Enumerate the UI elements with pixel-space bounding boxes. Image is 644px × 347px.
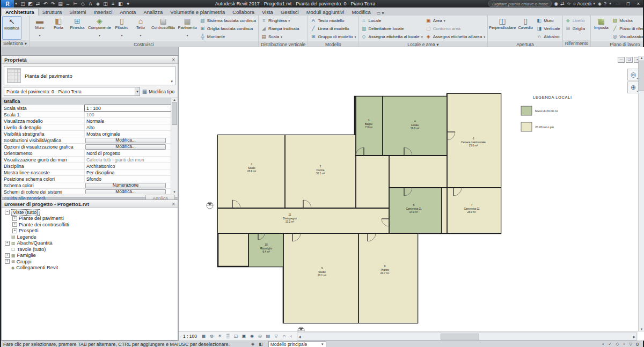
property-value-scala-vista[interactable]: 1 : 100: [84, 105, 171, 112]
property-value-schemi-di-colore-dei-sistemi[interactable]: Modifica...: [85, 189, 166, 194]
exclude-options-icon[interactable]: ◇: [616, 342, 619, 346]
property-value-visualizza-modello[interactable]: Normale: [84, 118, 171, 124]
griglia-facciata-continua-button[interactable]: ⊞Griglia facciata continua: [200, 25, 256, 32]
ribbon-state-caret-icon[interactable]: ▾: [382, 11, 384, 16]
crop-view-icon[interactable]: ◱: [232, 333, 239, 339]
viewbar-collapse-icon[interactable]: ‹: [289, 334, 294, 339]
scroll-right-icon[interactable]: ▶: [632, 335, 636, 338]
horizontal-scrollbar[interactable]: ◀ ▶: [297, 333, 637, 341]
sistema-facciata-continua-button[interactable]: ▥Sistema facciata continua: [200, 17, 256, 24]
customize-qat-icon[interactable]: ▾: [125, 0, 131, 8]
muro-button[interactable]: ◧Muro: [536, 17, 560, 24]
dimension-icon[interactable]: ⊢: [72, 0, 79, 8]
visualizzatore-button[interactable]: ◎Visualizzatore: [612, 33, 643, 40]
text-icon[interactable]: A: [87, 0, 94, 8]
detail-level-icon[interactable]: ▦: [200, 333, 207, 339]
property-value-livello-di-dettaglio[interactable]: Alto: [84, 124, 171, 130]
properties-header[interactable]: Proprietà ×: [2, 56, 178, 64]
tag-icon[interactable]: ◇: [79, 0, 86, 8]
vertical-scrollbar[interactable]: ▲ ▼: [638, 56, 644, 331]
exchange-apps-icon[interactable]: ⇄: [560, 0, 565, 8]
tree-item-famiglie[interactable]: +▦Famiglie: [2, 253, 178, 259]
property-value-schema-colori[interactable]: Numerazione: [85, 183, 166, 188]
filter-icon[interactable]: ▽: [629, 342, 632, 346]
worksharing-display-icon[interactable]: ◐: [602, 342, 605, 346]
controsoffitto-button[interactable]: ▤Controsoffitto: [150, 16, 176, 41]
tree-item-prospetti[interactable]: +Prospetti: [2, 228, 178, 234]
room-ripostiglio-10[interactable]: [248, 233, 283, 267]
project-browser-close-icon[interactable]: ×: [172, 201, 175, 207]
show-crop-icon[interactable]: ▣: [240, 333, 247, 339]
undo-icon[interactable]: ↶: [42, 0, 49, 8]
visual-style-icon[interactable]: ◍: [208, 333, 215, 339]
property-value-opzioni-di-visualizzazione-grafica[interactable]: Modifica...: [85, 144, 166, 150]
scroll-up-icon[interactable]: ▲: [640, 56, 643, 60]
livello-button[interactable]: ◆Livello: [565, 17, 585, 24]
room-studio-9[interactable]: [283, 233, 358, 323]
ringhiera-button[interactable]: ≡Ringhiera▾: [261, 17, 299, 24]
imposta-button[interactable]: ▦Imposta: [592, 16, 610, 41]
tree-item-abachi-quantit[interactable]: +▥Abachi/Quantità: [2, 240, 178, 247]
help-icon[interactable]: ?: [604, 0, 606, 8]
testo-modello-button[interactable]: ATesto modello: [310, 17, 356, 24]
scroll-down-icon[interactable]: ▼: [640, 328, 643, 331]
type-selector[interactable]: Pianta del pavimento ▾: [4, 66, 175, 85]
piano-di-riferimento-button[interactable]: ╱Piano di riferimento: [612, 25, 643, 32]
tab-collabora[interactable]: Collabora: [229, 9, 258, 16]
switch-windows-icon[interactable]: ◧: [117, 0, 124, 8]
modifica-button[interactable]: ↖Modifica: [2, 16, 21, 40]
temporary-hide-icon[interactable]: ◉: [248, 333, 255, 339]
tab-inserisci[interactable]: Inserisci: [90, 9, 116, 16]
tab-moduli-aggiuntivi[interactable]: Moduli aggiuntivi: [303, 9, 348, 16]
scroll-up-icon[interactable]: ▲: [173, 98, 176, 101]
tab-architettura[interactable]: Architettura: [1, 8, 39, 16]
project-browser-header[interactable]: Browser di progetto - Progetto1.rvt ×: [2, 200, 178, 208]
room-disimpegno-11[interactable]: [218, 208, 389, 233]
help-search-input[interactable]: Digitare parola chiave o frase: [488, 1, 552, 7]
edit-type-button[interactable]: ▦ Modifica tipo: [142, 88, 175, 94]
print-icon[interactable]: ▤: [57, 0, 64, 8]
app-menu-button[interactable]: R: [1, 0, 14, 8]
tab-vista[interactable]: Vista: [258, 9, 277, 16]
search-icon[interactable]: ◉: [554, 0, 558, 8]
tree-item-legende[interactable]: ▤Legende: [2, 234, 178, 240]
tab-sistemi[interactable]: Sistemi: [65, 9, 90, 16]
tetto-button[interactable]: ⌂Tetto▾: [131, 16, 150, 41]
expand-icon[interactable]: +: [12, 222, 17, 227]
collapse-icon[interactable]: −: [5, 210, 10, 215]
communication-center-icon[interactable]: ◈: [598, 0, 602, 8]
default-3d-view-icon[interactable]: ◈: [94, 0, 101, 8]
redo-icon[interactable]: ↷: [49, 0, 56, 8]
view-minimize-icon[interactable]: —: [618, 57, 625, 63]
delimitatore-locale-button[interactable]: ▥Delimitatore locale: [361, 25, 423, 32]
thin-lines-icon[interactable]: ≡: [109, 0, 116, 8]
worksets-icon[interactable]: ◈: [251, 342, 254, 346]
componente-button[interactable]: ◈Componente▾: [87, 16, 112, 41]
press-drag-icon[interactable]: +: [623, 342, 625, 346]
griglia-button[interactable]: ⊞Griglia: [565, 25, 585, 32]
abbaino-button[interactable]: ∩Abbaino: [536, 33, 560, 40]
muro-button[interactable]: ▬Muro▾: [31, 16, 49, 41]
contorno-area-button[interactable]: ▢Contorno area: [426, 25, 485, 32]
pilastro-button[interactable]: ▯Pilastro▾: [113, 16, 131, 41]
tree-item-gruppi[interactable]: +⊞Gruppi: [2, 259, 178, 265]
expand-icon[interactable]: +: [5, 259, 10, 264]
drawing-area[interactable]: 1Studio26.9 m²2Cucina30.1 m²3Bagno7.0 m²…: [178, 47, 644, 341]
tab-gestisci[interactable]: Gestisci: [277, 9, 303, 16]
expand-icon[interactable]: +: [12, 216, 17, 221]
close-button[interactable]: ×: [634, 0, 642, 8]
finestra-button[interactable]: ⊞Finestra: [68, 16, 86, 41]
view-restore-icon[interactable]: ❏: [626, 57, 633, 63]
scroll-down-icon[interactable]: ▼: [173, 190, 176, 194]
reveal-hidden-icon[interactable]: ◎: [257, 333, 264, 339]
locale-button[interactable]: ⌂Locale: [361, 17, 423, 24]
property-value-visibilit-stratigrafia[interactable]: Mostra originale: [84, 131, 171, 137]
expand-icon[interactable]: +: [5, 241, 10, 246]
assegna-etichetta-al-locale-button[interactable]: ◇Assegna etichetta al locale▾: [361, 33, 423, 40]
verticale-button[interactable]: ◨Verticale: [536, 25, 560, 32]
property-value-mostra-linee-nascoste[interactable]: Per disciplina: [84, 169, 171, 175]
ribbon-state-icon[interactable]: ▭: [377, 11, 381, 16]
room-pranzo-8[interactable]: [358, 233, 418, 323]
subscription-icon[interactable]: ☆: [567, 0, 571, 8]
tab-analizza[interactable]: Analizza: [140, 9, 166, 16]
